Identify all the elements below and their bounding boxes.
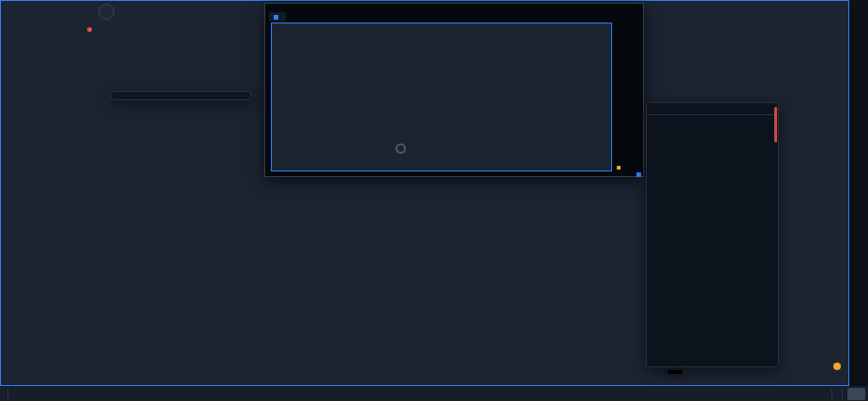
popup-chart-tab[interactable] [269,12,286,22]
symbol-search-button[interactable] [98,4,114,20]
scrollbar-thumb[interactable] [774,107,777,142]
gocharting-watermark [396,143,409,154]
timeframe-bar [1,373,848,385]
mini-toolbar [271,172,612,177]
share-preview-popup [264,3,644,177]
search-saved-charts[interactable] [647,119,778,138]
mini-notification-dot [617,166,621,170]
chart-context-menu [111,91,251,100]
mini-chart-canvas [272,23,611,171]
chart-widget [0,0,849,386]
left-price-axis[interactable] [1,1,38,373]
app-root [0,0,868,401]
symbol-overlay [98,3,165,53]
menu-divider [647,114,778,115]
save-tooltip [667,370,682,374]
publish-button[interactable] [847,388,865,400]
side-tab-strip [849,0,868,386]
tab-icon [274,15,278,20]
notification-dot [833,363,841,370]
right-price-axis[interactable] [830,1,848,373]
bottom-toolbar [0,386,868,401]
mini-chart [271,22,612,171]
layout-menu [646,102,779,367]
mini-corner-mark [636,172,641,177]
alert-dot [87,27,92,32]
